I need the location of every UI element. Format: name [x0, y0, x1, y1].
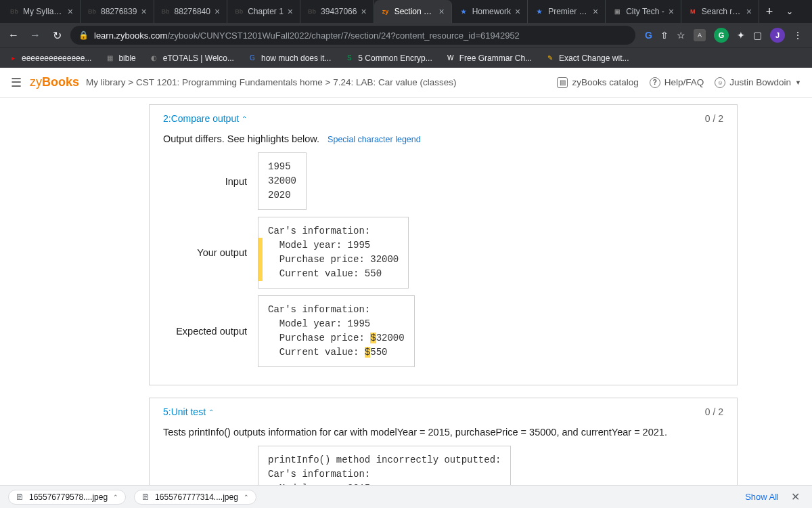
back-button[interactable]: ←: [5, 26, 22, 44]
bookmark-item[interactable]: S5 Common Encryp...: [344, 54, 432, 63]
input-label: Input: [163, 176, 258, 187]
tab-close-icon[interactable]: ×: [438, 6, 444, 17]
bookmark-item[interactable]: ▸eeeeeeeeeeeeee...: [8, 54, 91, 63]
catalog-icon: ▤: [557, 77, 568, 88]
tab-close-icon[interactable]: ×: [361, 6, 366, 17]
browser-tab[interactable]: ▣City Tech -×: [606, 0, 681, 23]
browser-tab[interactable]: MSearch resu×: [681, 0, 759, 23]
test-2-toggle[interactable]: 2:Compare output ⌃: [163, 113, 247, 124]
user-menu[interactable]: ☺Justin Bowdoin ▼: [715, 77, 801, 88]
tab-favicon: Bb: [9, 7, 19, 16]
browser-tab[interactable]: Bb88276840×: [154, 0, 228, 23]
reload-button[interactable]: ↻: [49, 26, 65, 45]
breadcrumb[interactable]: My library > CST 1201: Programming Funda…: [86, 77, 557, 87]
catalog-link[interactable]: ▤zyBooks catalog: [557, 77, 638, 88]
test-5-description: Tests printInfo() outputs information fo…: [163, 427, 723, 438]
browser-tab[interactable]: ★Homework×: [452, 0, 528, 23]
tab-title: 39437066: [321, 7, 357, 16]
test-5-toggle[interactable]: 5:Unit test ⌃: [163, 406, 214, 417]
tab-close-icon[interactable]: ×: [288, 6, 293, 17]
extensions-puzzle-icon[interactable]: ✦: [737, 30, 745, 41]
bookmark-label: bible: [118, 54, 135, 63]
tab-close-icon[interactable]: ×: [515, 6, 520, 17]
browser-tab[interactable]: Bb39437066×: [300, 0, 374, 23]
bookmark-label: eeeeeeeeeeeeee...: [22, 54, 91, 63]
bookmark-label: eTOTALS | Welco...: [163, 54, 234, 63]
tab-close-icon[interactable]: ×: [141, 6, 146, 17]
tab-title: Chapter 1: [248, 7, 284, 16]
extension-icon-1[interactable]: A: [694, 29, 706, 41]
tab-title: Premier Me: [548, 7, 589, 16]
url-path: /zybook/CUNYCST1201WuFall2022/chapter/7/…: [167, 30, 519, 41]
tab-favicon: Bb: [307, 7, 317, 16]
input-box: 1995 32000 2020: [258, 152, 307, 210]
tab-close-icon[interactable]: ×: [593, 6, 598, 17]
test-5-unit-test: 5:Unit test ⌃ 0 / 2 Tests printInfo() ou…: [149, 398, 738, 485]
tab-favicon: ★: [459, 7, 468, 16]
special-char-legend-link[interactable]: Special character legend: [328, 135, 421, 144]
bookmark-item[interactable]: ◐eTOTALS | Welco...: [150, 54, 234, 63]
bookmark-item[interactable]: WFree Grammar Ch...: [446, 54, 532, 63]
hamburger-menu-icon[interactable]: ☰: [11, 75, 22, 90]
tab-dropdown-button[interactable]: ⌄: [780, 7, 800, 16]
tab-favicon: zy: [381, 7, 390, 16]
share-icon[interactable]: ⇧: [660, 30, 669, 41]
your-output-label: Your output: [163, 247, 258, 258]
tab-close-icon[interactable]: ×: [68, 6, 73, 17]
chevron-down-icon: ▼: [795, 79, 801, 86]
browser-tab[interactable]: zySection 7.24×: [374, 0, 452, 23]
tab-title: City Tech -: [626, 7, 664, 16]
google-icon[interactable]: G: [645, 30, 652, 41]
browser-tab[interactable]: ★Premier Me×: [528, 0, 606, 23]
bookmark-favicon: S: [344, 54, 354, 63]
chevron-up-icon: ⌃: [208, 408, 214, 416]
extension-icon-2[interactable]: G: [714, 28, 729, 43]
lock-icon: 🔒: [78, 30, 89, 40]
expected-output-label: Expected output: [163, 326, 258, 337]
url-domain: learn.zybooks.com: [94, 30, 167, 41]
bookmark-item[interactable]: Ghow much does it...: [248, 54, 331, 63]
browser-tab[interactable]: BbChapter 1×: [227, 0, 300, 23]
help-icon: ?: [650, 77, 660, 88]
expected-output-box: Car's information: Model year: 1995 Purc…: [258, 295, 415, 367]
tab-favicon: M: [688, 7, 698, 16]
feedback-box: printInfo() method incorrectly outputted…: [258, 446, 511, 485]
bookmark-label: 5 Common Encryp...: [358, 54, 432, 63]
tab-favicon: Bb: [87, 7, 97, 16]
tab-title: My Syllabus: [23, 7, 64, 16]
bookmark-label: Exact Change wit...: [559, 54, 629, 63]
test-2-compare-output: 2:Compare output ⌃ 0 / 2 Output differs.…: [149, 104, 738, 385]
tab-title: Section 7.24: [394, 7, 435, 16]
chevron-up-icon: ⌃: [242, 115, 247, 123]
your-output-box: Car's information: Model year: 1995 Purc…: [258, 217, 409, 289]
tab-favicon: ▣: [612, 7, 622, 16]
kebab-menu-icon[interactable]: ⋮: [793, 30, 803, 41]
browser-tab[interactable]: BbMy Syllabus×: [3, 0, 81, 23]
zybooks-header: ☰ zyBooks My library > CST 1201: Program…: [0, 68, 812, 98]
main-content: 2:Compare output ⌃ 0 / 2 Output differs.…: [0, 98, 812, 485]
tab-title: Search resu: [702, 7, 742, 16]
forward-button[interactable]: →: [27, 26, 43, 44]
profile-avatar[interactable]: J: [770, 28, 785, 43]
tab-close-icon[interactable]: ×: [746, 6, 752, 17]
bookmark-star-icon[interactable]: ☆: [677, 30, 685, 41]
window-icon[interactable]: ▢: [753, 30, 762, 41]
help-link[interactable]: ?Help/FAQ: [650, 77, 704, 88]
person-icon: ☺: [715, 77, 725, 88]
diff-message: Output differs. See highlights below.: [163, 133, 319, 144]
url-input[interactable]: 🔒 learn.zybooks.com/zybook/CUNYCST1201Wu…: [70, 26, 635, 45]
bookmarks-bar: ▸eeeeeeeeeeeeee...▦bible◐eTOTALS | Welco…: [0, 47, 812, 68]
bookmark-item[interactable]: ▦bible: [105, 54, 135, 63]
new-tab-button[interactable]: +: [759, 5, 780, 19]
zybooks-logo[interactable]: zyBooks: [30, 75, 79, 89]
tab-close-icon[interactable]: ×: [215, 6, 220, 17]
tab-title: 88276839: [101, 7, 137, 16]
tab-favicon: ★: [535, 7, 544, 16]
tab-close-icon[interactable]: ×: [669, 6, 674, 17]
bookmark-favicon: ▸: [8, 54, 18, 63]
bookmark-label: how much does it...: [261, 54, 331, 63]
tab-favicon: Bb: [161, 7, 171, 16]
bookmark-item[interactable]: ✎Exact Change wit...: [545, 54, 629, 63]
browser-tab[interactable]: Bb88276839×: [81, 0, 154, 23]
bookmark-favicon: W: [446, 54, 455, 63]
